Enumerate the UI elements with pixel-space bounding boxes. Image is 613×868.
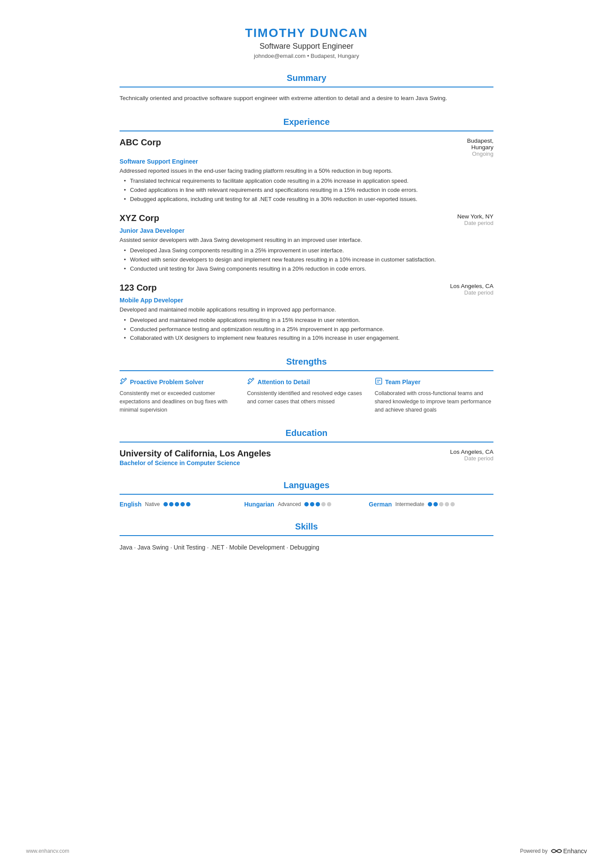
strength-item: Proactive Problem Solver Consistently me…: [120, 377, 238, 414]
language-level: Advanced: [278, 501, 301, 507]
strength-title-row: Team Player: [375, 377, 493, 387]
education-institution: University of California, Los Angeles: [120, 449, 271, 459]
exp-company: 123 Corp: [120, 283, 157, 293]
skills-text: Java · Java Swing · Unit Testing · .NET …: [120, 542, 493, 553]
education-degree: Bachelor of Science in Computer Science: [120, 459, 271, 466]
exp-company: ABC Corp: [120, 137, 161, 147]
language-dot: [186, 502, 190, 506]
enhancv-brand-name: Enhancv: [563, 848, 587, 855]
exp-bullets: Developed and maintained mobile applicat…: [120, 316, 493, 343]
exp-bullet: Developed and maintained mobile applicat…: [124, 316, 493, 325]
strength-title-row: Attention to Detail: [247, 377, 366, 387]
education-right: Los Angeles, CA Date period: [450, 449, 493, 462]
exp-location: Los Angeles, CA: [450, 283, 493, 289]
exp-summary: Addressed reported issues in the end-use…: [120, 167, 493, 175]
strength-desc: Collaborated with cross-functional teams…: [375, 389, 493, 414]
language-dot: [428, 502, 432, 506]
strength-icon-svg: [375, 377, 383, 385]
language-dot: [169, 502, 173, 506]
exp-bullet: Coded applications in line with relevant…: [124, 186, 493, 195]
language-dots: [304, 502, 331, 506]
exp-role: Mobile App Developer: [120, 297, 493, 304]
exp-bullet: Conducted unit testing for Java Swing co…: [124, 265, 493, 274]
strength-icon: [247, 377, 255, 387]
exp-date: Ongoing: [467, 151, 493, 157]
experience-divider: [120, 131, 493, 131]
exp-location-block: Los Angeles, CA Date period: [450, 283, 493, 296]
strength-item: Team Player Collaborated with cross-func…: [375, 377, 493, 414]
page-footer: www.enhancv.com Powered by Enhancv: [0, 847, 613, 855]
exp-bullet: Conducted performance testing and optimi…: [124, 325, 493, 334]
language-name: English: [120, 501, 142, 508]
exp-role: Software Support Engineer: [120, 158, 493, 165]
language-dot: [450, 502, 455, 506]
resume-header: TIMOTHY DUNCAN Software Support Engineer…: [120, 26, 493, 59]
strength-title: Team Player: [385, 379, 420, 385]
exp-bullet: Worked with senior developers to design …: [124, 255, 493, 265]
experience-item: ABC Corp Budapest,Hungary Ongoing Softwa…: [120, 137, 493, 204]
language-dot: [316, 502, 320, 506]
svg-rect-2: [376, 378, 382, 384]
experience-heading: Experience: [120, 117, 493, 127]
language-dots: [428, 502, 455, 506]
candidate-title: Software Support Engineer: [120, 42, 493, 51]
language-dot: [445, 502, 449, 506]
language-name: Hungarian: [244, 501, 274, 508]
education-location: Los Angeles, CA: [450, 449, 493, 455]
strength-item: Attention to Detail Consistently identif…: [247, 377, 366, 414]
exp-bullet: Debugged applications, including unit te…: [124, 195, 493, 204]
strengths-heading: Strengths: [120, 357, 493, 367]
language-dot: [180, 502, 185, 506]
enhancv-logo-icon: [550, 847, 563, 855]
enhancv-logo: Enhancv: [550, 847, 587, 855]
candidate-name: TIMOTHY DUNCAN: [120, 26, 493, 40]
strength-icon: [120, 377, 127, 387]
exp-location: Budapest,Hungary: [467, 137, 493, 151]
education-heading: Education: [120, 428, 493, 438]
strength-icon: [375, 377, 383, 387]
language-level: Native: [145, 501, 160, 507]
exp-bullets: Translated technical requirements to fac…: [120, 177, 493, 204]
language-dot: [327, 502, 331, 506]
education-left: University of California, Los Angeles Ba…: [120, 449, 271, 466]
exp-location-block: New York, NY Date period: [457, 213, 493, 226]
exp-bullet: Translated technical requirements to fac…: [124, 177, 493, 186]
exp-date: Date period: [450, 289, 493, 296]
experience-container: ABC Corp Budapest,Hungary Ongoing Softwa…: [120, 137, 493, 343]
language-dot: [304, 502, 309, 506]
exp-bullet: Collaborated with UX designers to implem…: [124, 334, 493, 343]
language-dot: [433, 502, 438, 506]
strength-title: Attention to Detail: [257, 379, 310, 385]
language-item: German Intermediate: [369, 501, 493, 508]
strength-title-row: Proactive Problem Solver: [120, 377, 238, 387]
experience-item: XYZ Corp New York, NY Date period Junior…: [120, 213, 493, 273]
strengths-container: Proactive Problem Solver Consistently me…: [120, 377, 493, 414]
footer-powered-label: Powered by: [520, 848, 547, 854]
summary-text: Technically oriented and proactive softw…: [120, 94, 493, 103]
language-item: Hungarian Advanced: [244, 501, 369, 508]
exp-bullet: Developed Java Swing components resultin…: [124, 246, 493, 255]
skills-heading: Skills: [120, 522, 493, 532]
language-dot: [163, 502, 168, 506]
exp-header: XYZ Corp New York, NY Date period: [120, 213, 493, 226]
strength-title: Proactive Problem Solver: [130, 379, 204, 385]
exp-header: 123 Corp Los Angeles, CA Date period: [120, 283, 493, 296]
education-block: University of California, Los Angeles Ba…: [120, 449, 493, 466]
language-dots: [163, 502, 190, 506]
strength-icon-svg: [247, 377, 255, 385]
education-date: Date period: [450, 455, 493, 462]
language-dot: [439, 502, 443, 506]
candidate-contact: johndoe@email.com • Budapest, Hungary: [120, 53, 493, 59]
strength-desc: Consistently identified and resolved edg…: [247, 389, 366, 406]
skills-divider: [120, 535, 493, 536]
languages-container: English Native Hungarian Advanced German…: [120, 501, 493, 508]
languages-heading: Languages: [120, 480, 493, 490]
strength-icon-svg: [120, 377, 127, 385]
exp-summary: Developed and maintained mobile applicat…: [120, 305, 493, 314]
exp-location-block: Budapest,Hungary Ongoing: [467, 137, 493, 157]
languages-divider: [120, 494, 493, 495]
summary-heading: Summary: [120, 73, 493, 83]
language-item: English Native: [120, 501, 244, 508]
language-dot: [175, 502, 179, 506]
summary-divider: [120, 87, 493, 87]
